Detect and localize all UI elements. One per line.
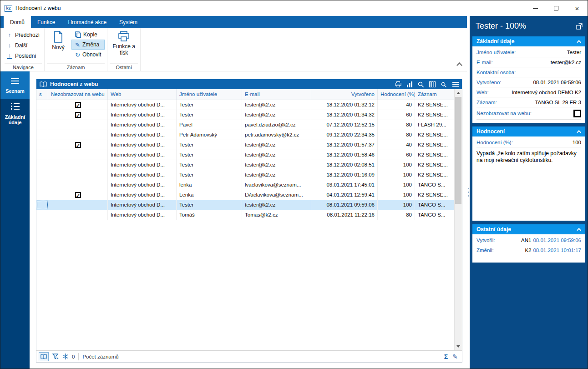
row-record-cell[interactable]: K2 SENSE... bbox=[415, 150, 454, 160]
row-rating-cell[interactable]: 100 bbox=[378, 180, 415, 190]
row-select-cell[interactable] bbox=[36, 130, 48, 140]
row-checkbox-cell[interactable] bbox=[48, 140, 108, 150]
column-header-web[interactable]: Web bbox=[108, 89, 177, 100]
row-checkbox-cell[interactable] bbox=[48, 180, 108, 190]
table-row[interactable]: Internetový obchod D... Pavel pavel.dzia… bbox=[36, 120, 454, 130]
scrollbar-thumb[interactable] bbox=[455, 97, 461, 204]
table-row[interactable]: Internetový obchod D... Tester tester@k2… bbox=[36, 160, 454, 170]
scroll-up-button[interactable] bbox=[455, 89, 462, 97]
checked-checkbox[interactable] bbox=[75, 112, 81, 118]
new-button[interactable]: Nový bbox=[47, 30, 70, 51]
section-other-header[interactable]: Ostatní údaje bbox=[472, 224, 585, 234]
tab-home[interactable]: Domů bbox=[4, 16, 31, 28]
functions-print-button[interactable]: Funkce a tisk bbox=[110, 30, 138, 56]
row-select-cell[interactable] bbox=[36, 120, 48, 130]
row-select-cell[interactable] bbox=[36, 100, 48, 110]
row-email-cell[interactable]: tester@k2.cz bbox=[242, 200, 311, 210]
row-email-cell[interactable]: Tomas@k2.cz bbox=[242, 210, 311, 220]
row-email-cell[interactable]: lvaclavikova@seznam... bbox=[242, 180, 311, 190]
section-basic-header[interactable]: Základní údaje bbox=[472, 36, 585, 46]
row-checkbox-cell[interactable] bbox=[48, 120, 108, 130]
table-row[interactable]: Internetový obchod D... Tester tester@k2… bbox=[36, 140, 454, 150]
row-web-cell[interactable]: Internetový obchod D... bbox=[108, 110, 177, 120]
table-row[interactable]: Internetový obchod D... Tester tester@k2… bbox=[36, 100, 454, 110]
table-row[interactable]: Internetový obchod D... Lenka LVaclaviko… bbox=[36, 190, 454, 200]
row-user-cell[interactable]: Pavel bbox=[177, 120, 242, 130]
row-record-cell[interactable]: FLASH 29... bbox=[415, 120, 454, 130]
snowflake-icon[interactable] bbox=[62, 354, 68, 359]
column-header-vytvoreno[interactable]: Vytvořeno bbox=[311, 89, 378, 100]
checked-checkbox[interactable] bbox=[75, 142, 81, 148]
row-checkbox-cell[interactable] bbox=[48, 150, 108, 160]
row-checkbox-cell[interactable] bbox=[48, 210, 108, 220]
book-view-button[interactable] bbox=[39, 352, 49, 361]
last-button[interactable]: ↓ Poslední bbox=[5, 51, 42, 61]
row-rating-cell[interactable]: 80 bbox=[378, 210, 415, 220]
change-button[interactable]: ✎ Změna bbox=[71, 40, 105, 50]
row-select-cell[interactable] bbox=[36, 140, 48, 150]
refresh-button[interactable]: ↻ Obnovit bbox=[71, 50, 105, 60]
sidebar-item-seznam[interactable]: Seznam bbox=[0, 71, 30, 99]
row-created-cell[interactable]: 18.12.2020 01:58:46 bbox=[311, 150, 378, 160]
row-web-cell[interactable]: Internetový obchod D... bbox=[108, 130, 177, 140]
row-record-cell[interactable]: K2 SENSE... bbox=[415, 100, 454, 110]
row-user-cell[interactable]: lenka bbox=[177, 180, 242, 190]
checked-checkbox[interactable] bbox=[75, 192, 81, 198]
row-rating-cell[interactable]: 80 bbox=[378, 120, 415, 130]
sidebar-item-zakladni-udaje[interactable]: Základní údaje bbox=[0, 99, 30, 128]
row-record-cell[interactable]: K2 SENSE... bbox=[415, 160, 454, 170]
row-web-cell[interactable]: Internetový obchod D... bbox=[108, 190, 177, 200]
column-header-s[interactable]: s bbox=[36, 89, 48, 100]
row-user-cell[interactable]: Tester bbox=[177, 100, 242, 110]
row-select-cell[interactable] bbox=[36, 200, 48, 210]
scrollbar-track[interactable] bbox=[455, 97, 462, 343]
column-header-zaznam[interactable]: Záznam bbox=[415, 89, 454, 100]
row-email-cell[interactable]: LVaclavikova@seznam... bbox=[242, 190, 311, 200]
row-user-cell[interactable]: Petr Adamovský bbox=[177, 130, 242, 140]
row-record-cell[interactable]: K2 SENSE... bbox=[415, 190, 454, 200]
row-record-cell[interactable]: K2 SENSE... bbox=[415, 110, 454, 120]
row-record-cell[interactable]: TANGO S... bbox=[415, 200, 454, 210]
row-user-cell[interactable]: Tester bbox=[177, 110, 242, 120]
row-rating-cell[interactable]: 100 bbox=[378, 160, 415, 170]
vertical-scrollbar[interactable] bbox=[454, 89, 462, 350]
column-header-hodnoceni[interactable]: Hodnocení (%) bbox=[378, 89, 415, 100]
edit-icon[interactable]: ✎ bbox=[452, 353, 458, 360]
maximize-button[interactable] bbox=[546, 0, 567, 16]
row-created-cell[interactable]: 07.12.2020 12:52:15 bbox=[311, 120, 378, 130]
row-email-cell[interactable]: tester@k2.cz bbox=[242, 150, 311, 160]
row-web-cell[interactable]: Internetový obchod D... bbox=[108, 120, 177, 130]
row-rating-cell[interactable]: 40 bbox=[378, 140, 415, 150]
row-created-cell[interactable]: 08.01.2021 09:59:06 bbox=[311, 200, 378, 210]
tab-bulk-actions[interactable]: Hromadné akce bbox=[61, 16, 113, 28]
row-checkbox-cell[interactable] bbox=[48, 200, 108, 210]
row-record-cell[interactable]: K2 SENSE... bbox=[415, 170, 454, 180]
row-web-cell[interactable]: Internetový obchod D... bbox=[108, 170, 177, 180]
print-icon[interactable] bbox=[395, 81, 401, 87]
row-user-cell[interactable]: Tester bbox=[177, 140, 242, 150]
row-checkbox-cell[interactable] bbox=[48, 100, 108, 110]
row-select-cell[interactable] bbox=[36, 210, 48, 220]
row-rating-cell[interactable]: 80 bbox=[378, 130, 415, 140]
row-web-cell[interactable]: Internetový obchod D... bbox=[108, 180, 177, 190]
row-user-cell[interactable]: Tomáš bbox=[177, 210, 242, 220]
unchecked-checkbox[interactable] bbox=[573, 110, 581, 117]
tab-functions[interactable]: Funkce bbox=[31, 16, 61, 28]
row-web-cell[interactable]: Internetový obchod D... bbox=[108, 100, 177, 110]
row-user-cell[interactable]: Tester bbox=[177, 200, 242, 210]
tab-system[interactable]: Systém bbox=[113, 16, 144, 28]
row-created-cell[interactable]: 08.01.2021 11:22:16 bbox=[311, 210, 378, 220]
filter-edit-icon[interactable] bbox=[52, 354, 59, 360]
row-email-cell[interactable]: petr.adamovsky@k2.cz bbox=[242, 130, 311, 140]
row-email-cell[interactable]: pavel.dziadzio@k2.cz bbox=[242, 120, 311, 130]
row-rating-cell[interactable]: 40 bbox=[378, 100, 415, 110]
checked-checkbox[interactable] bbox=[75, 102, 81, 108]
column-header-jmeno[interactable]: Jméno uživatele bbox=[177, 89, 242, 100]
chart-icon[interactable] bbox=[406, 81, 413, 87]
row-rating-cell[interactable]: 100 bbox=[378, 170, 415, 180]
row-select-cell[interactable] bbox=[36, 170, 48, 180]
row-created-cell[interactable]: 03.01.2021 17:45:01 bbox=[311, 180, 378, 190]
row-record-cell[interactable]: K2 SENSE... bbox=[415, 130, 454, 140]
row-email-cell[interactable]: tester@k2.cz bbox=[242, 140, 311, 150]
previous-button[interactable]: ↑ Předchozí bbox=[5, 30, 42, 40]
